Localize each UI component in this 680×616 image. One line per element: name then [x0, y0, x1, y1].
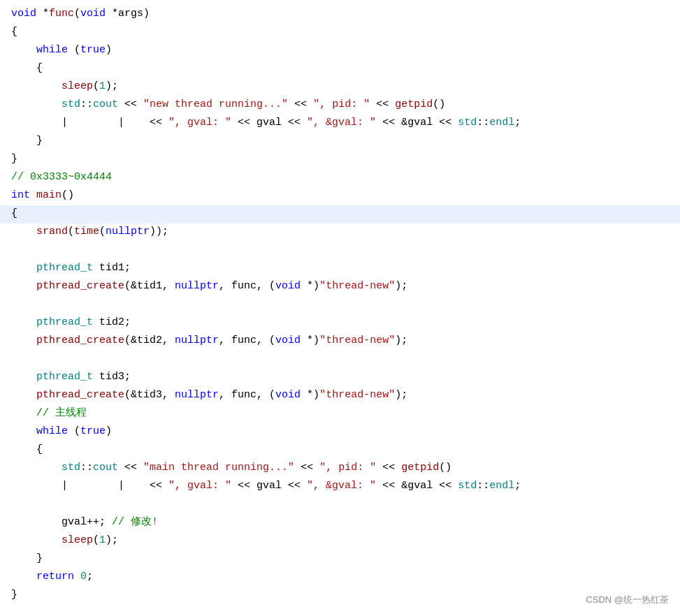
- code-line-27: | | << ", gval: " << gval << ", &gval: "…: [0, 478, 680, 496]
- code-line-12: {: [0, 205, 680, 223]
- code-line-5: sleep(1);: [0, 78, 680, 96]
- code-line-15: pthread_t tid1;: [0, 260, 680, 278]
- code-line-10: // 0x3333~0x4444: [0, 169, 680, 187]
- code-line-31: }: [0, 550, 680, 569]
- code-line-14: [0, 242, 680, 260]
- code-line-2: {: [0, 24, 680, 42]
- code-line-33: }: [0, 587, 680, 605]
- code-line-28: [0, 496, 680, 514]
- code-line-19: pthread_create(&tid2, nullptr, func, (vo…: [0, 332, 680, 351]
- code-line-20: [0, 351, 680, 369]
- code-line-18: pthread_t tid2;: [0, 314, 680, 332]
- code-line-7: | | << ", gval: " << gval << ", &gval: "…: [0, 115, 680, 133]
- code-line-29: gval++; // 修改!: [0, 514, 680, 532]
- code-line-1: void *func(void *args): [0, 6, 680, 24]
- code-line-4: {: [0, 60, 680, 78]
- code-line-26: std::cout << "main thread running..." <<…: [0, 460, 680, 478]
- code-line-32: return 0;: [0, 569, 680, 587]
- code-line-3: while (true): [0, 42, 680, 60]
- code-line-21: pthread_t tid3;: [0, 369, 680, 387]
- code-line-6: std::cout << "new thread running..." << …: [0, 96, 680, 115]
- code-line-8: }: [0, 133, 680, 151]
- code-line-25: {: [0, 441, 680, 460]
- code-line-24: while (true): [0, 423, 680, 441]
- code-line-16: pthread_create(&tid1, nullptr, func, (vo…: [0, 278, 680, 296]
- code-container: void *func(void *args) { while (true) { …: [0, 0, 680, 616]
- code-line-22: pthread_create(&tid3, nullptr, func, (vo…: [0, 387, 680, 405]
- watermark: CSDN @统一热红茶: [586, 593, 669, 608]
- code-line-17: [0, 296, 680, 314]
- code-line-23: // 主线程: [0, 405, 680, 423]
- func-name: func: [49, 6, 74, 22]
- code-line-9: }: [0, 151, 680, 169]
- code-line-30: sleep(1);: [0, 532, 680, 550]
- keyword-void: void: [11, 6, 36, 22]
- code-line-11: int main(): [0, 187, 680, 205]
- code-line-13: srand(time(nullptr));: [0, 223, 680, 242]
